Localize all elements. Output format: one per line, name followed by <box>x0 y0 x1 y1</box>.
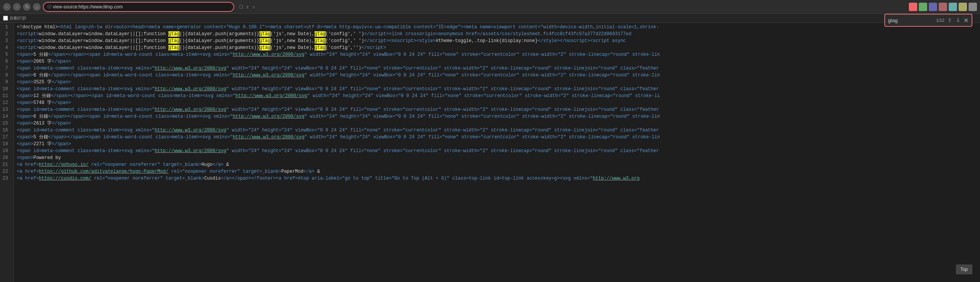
source-link[interactable]: http://www.w3.org/2000/svg <box>233 52 304 57</box>
source-link[interactable]: http://www.w3.org <box>593 176 639 181</box>
source-link[interactable]: http://www.w3.org/2000/svg <box>235 93 307 99</box>
source-line: <span>3525 字</span> <box>17 79 980 86</box>
share-icon[interactable]: ⇧ <box>246 3 249 10</box>
source-line: <span>2613 字</span> <box>17 120 980 127</box>
source-link[interactable]: http://www.w3.org/2000/svg <box>155 66 226 71</box>
source-link[interactable]: http://www.w3.org/2000/svg <box>233 135 304 140</box>
source-link[interactable]: https://github.com/adityatelange/hugo-Pa… <box>39 169 168 174</box>
source-line: <a href=https://github.com/adityatelange… <box>17 168 980 175</box>
source-line: <span>2271 字</span> <box>17 141 980 147</box>
source-line: <span>8 分鐘</span></span><span id=meta-wo… <box>17 72 980 79</box>
source-line: <script>window.dataLayer=window.dataLaye… <box>17 44 980 51</box>
back-button[interactable]: ← <box>3 3 11 11</box>
source-line: <a href=https://cusdis.com/ rel="noopene… <box>17 175 980 182</box>
find-bar: 1/12 ⇧ ⇩ ✕ <box>884 14 972 27</box>
source-content: 1234567891011121314151617181920212223 <!… <box>0 23 980 282</box>
source-line: <span>12 分鐘</span></span><span id=meta-w… <box>17 92 980 99</box>
source-link[interactable]: http://www.w3.org/2000/svg <box>155 148 226 154</box>
ext-icon-3[interactable] <box>929 3 937 11</box>
source-line: <span id=meta-comment class=meta-item><s… <box>17 106 980 113</box>
find-close-button[interactable]: ✕ <box>964 17 969 24</box>
ext-icon-6[interactable] <box>959 3 967 11</box>
url-text: view-source:https://www.lilmp.com <box>53 4 230 10</box>
source-line: <script>window.dataLayer=window.dataLaye… <box>17 31 980 37</box>
find-prev-button[interactable]: ⇧ <box>947 17 953 23</box>
source-link[interactable]: http://www.w3.org/2000/svg <box>155 107 226 112</box>
source-link[interactable]: http://www.w3.org/2000/svg <box>233 114 304 119</box>
source-line: <span>5 分鐘</span></span><span id=meta-wo… <box>17 51 980 58</box>
source-line: <span>5748 字</span> <box>17 99 980 106</box>
ext-icon-1[interactable] <box>909 3 917 11</box>
source-link[interactable]: https://gohugo.io/ <box>39 162 89 167</box>
source-lines: <!doctype html><html lang=zh-tw dir=auto… <box>14 23 980 282</box>
source-line: <span>5 分鐘</span></span><span id=meta-wo… <box>17 134 980 141</box>
source-line: <span id=meta-comment class=meta-item><s… <box>17 65 980 72</box>
source-line: <span id=meta-comment class=meta-item><s… <box>17 147 980 154</box>
source-line: <span id=meta-comment class=meta-item><s… <box>17 127 980 134</box>
source-line: <span>2065 字</span> <box>17 58 980 65</box>
source-link[interactable]: http://www.w3.org/2000/svg <box>155 86 226 92</box>
line-numbers: 1234567891011121314151617181920212223 <box>0 23 14 282</box>
extension-icons <box>909 3 977 11</box>
top-button[interactable]: Top <box>956 264 972 274</box>
autowrap-bar: 自動行折 <box>0 14 980 23</box>
find-input[interactable] <box>888 18 934 23</box>
ext-icon-7[interactable] <box>969 3 977 11</box>
source-link[interactable]: https://cusdis.com/ <box>39 176 91 181</box>
ext-icon-5[interactable] <box>949 3 957 11</box>
source-line: <a href=https://gohugo.io/ rel="noopener… <box>17 161 980 168</box>
source-link[interactable]: http://www.w3.org/2000/svg <box>233 73 304 78</box>
source-line: <script>window.dataLayer=window.dataLaye… <box>17 37 980 44</box>
lock-icon: ⓘ <box>47 4 51 10</box>
home-button[interactable]: ⌂ <box>33 3 41 11</box>
source-link[interactable]: http://www.w3.org/2000/svg <box>155 128 226 133</box>
ext-icon-2[interactable] <box>919 3 927 11</box>
source-line: <!doctype html><html lang=zh-tw dir=auto… <box>17 24 980 31</box>
find-count: 1/12 <box>936 18 944 23</box>
find-next-button[interactable]: ⇩ <box>955 17 961 23</box>
forward-button[interactable]: → <box>13 3 21 11</box>
source-line: <span id=meta-comment class=meta-item><s… <box>17 86 980 92</box>
address-bar[interactable]: ⓘ view-source:https://www.lilmp.com <box>43 2 234 12</box>
reload-button[interactable]: ↻ <box>23 3 31 11</box>
toolbar-icons: □ ⇧ ☆ <box>240 3 255 10</box>
browser-chrome: ← → ↻ ⌂ ⓘ view-source:https://www.lilmp.… <box>0 0 980 14</box>
autowrap-checkbox[interactable] <box>3 16 8 21</box>
bookmark-icon[interactable]: ☆ <box>252 3 255 10</box>
screenshot-icon[interactable]: □ <box>240 4 243 10</box>
source-line: <span>Powered by <box>17 154 980 161</box>
ext-icon-4[interactable] <box>939 3 947 11</box>
autowrap-label: 自動行折 <box>10 15 26 21</box>
source-line: <span>6 分鐘</span></span><span id=meta-wo… <box>17 113 980 120</box>
